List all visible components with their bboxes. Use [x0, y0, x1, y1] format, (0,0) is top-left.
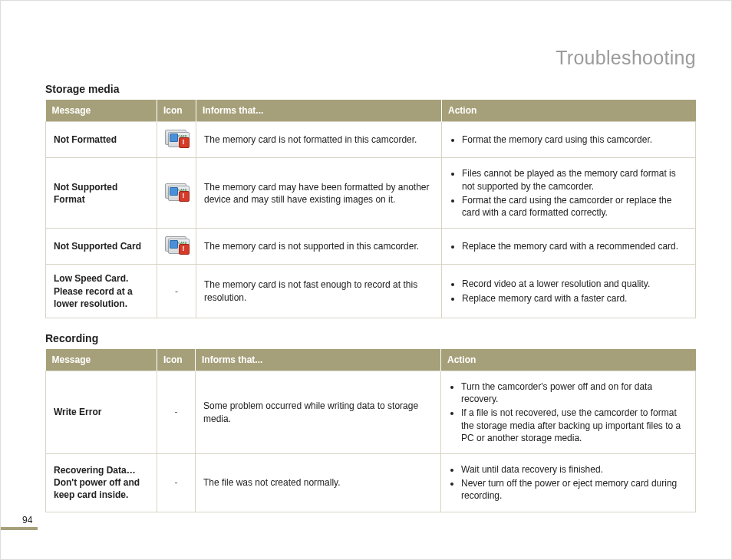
action-item: Never turn off the power or eject memory…: [461, 477, 687, 502]
action-list: Wait until data recovery is finished.Nev…: [449, 463, 687, 502]
message-cell: Not Formatted: [46, 122, 157, 158]
table-row: Write Error-Some problem occurred while …: [46, 371, 696, 454]
page-title: Troubleshooting: [45, 47, 696, 69]
no-icon-dash: -: [175, 286, 178, 297]
icon-cell: -: [157, 371, 196, 454]
message-cell: Not Supported Card: [46, 229, 157, 265]
action-cell: Replace the memory card with a recommend…: [442, 229, 696, 265]
icon-cell: CARD: [157, 229, 196, 265]
footer-accent-bar: [1, 527, 38, 530]
action-item: Format the memory card using this camcor…: [462, 133, 687, 146]
action-list: Turn the camcorder's power off and on fo…: [449, 380, 687, 444]
action-item: Replace memory card with a faster card.: [462, 292, 687, 305]
action-item: Format the card using the camcorder or r…: [462, 194, 687, 219]
action-item: Record video at a lower resolution and q…: [462, 278, 687, 290]
table-row: Not Supported CardCARDThe memory card is…: [46, 229, 696, 265]
card-warning-icon: CARD: [165, 236, 188, 253]
message-cell: Low Speed Card. Please record at a lower…: [46, 265, 157, 318]
card-warning-icon: CARD: [165, 130, 188, 147]
column-header-icon: Icon: [157, 349, 196, 371]
action-list: Replace the memory card with a recommend…: [450, 240, 687, 252]
action-cell: Files cannot be played as the memory car…: [442, 158, 696, 229]
action-item: Replace the memory card with a recommend…: [462, 240, 687, 252]
column-header-informs: Informs that...: [196, 100, 442, 122]
troubleshooting-table: MessageIconInforms that...ActionWrite Er…: [45, 349, 696, 512]
icon-cell: -: [157, 265, 196, 318]
message-cell: Recovering Data… Don't power off and kee…: [46, 454, 157, 512]
informs-cell: The memory card is not supported in this…: [196, 229, 442, 265]
informs-cell: The file was not created normally.: [196, 454, 441, 512]
table-row: Not FormattedCARDThe memory card is not …: [46, 122, 696, 158]
action-cell: Wait until data recovery is finished.Nev…: [441, 454, 696, 512]
column-header-action: Action: [441, 349, 696, 371]
action-list: Format the memory card using this camcor…: [450, 133, 687, 146]
icon-cell: CARD: [157, 158, 196, 229]
page-container: Troubleshooting Storage mediaMessageIcon…: [0, 0, 732, 560]
column-header-message: Message: [46, 100, 157, 122]
action-cell: Turn the camcorder's power off and on fo…: [441, 371, 696, 454]
column-header-informs: Informs that...: [196, 349, 441, 371]
action-cell: Format the memory card using this camcor…: [442, 122, 696, 158]
column-header-message: Message: [46, 349, 157, 371]
content-area: Storage mediaMessageIconInforms that...A…: [45, 83, 696, 512]
table-row: Not Supported FormatCARDThe memory card …: [46, 158, 696, 229]
no-icon-dash: -: [175, 477, 178, 488]
informs-cell: The memory card may have been formatted …: [196, 158, 442, 229]
action-item: If a file is not recovered, use the camc…: [461, 407, 687, 444]
card-warning-icon: CARD: [165, 183, 188, 200]
troubleshooting-table: MessageIconInforms that...ActionNot Form…: [45, 100, 696, 318]
informs-cell: The memory card is not fast enough to re…: [196, 265, 442, 318]
action-list: Files cannot be played as the memory car…: [450, 167, 687, 219]
informs-cell: Some problem occurred while writing data…: [196, 371, 441, 454]
column-header-icon: Icon: [157, 100, 196, 122]
message-cell: Write Error: [46, 371, 157, 454]
table-row: Recovering Data… Don't power off and kee…: [46, 454, 696, 512]
column-header-action: Action: [442, 100, 696, 122]
action-list: Record video at a lower resolution and q…: [450, 278, 687, 304]
section-title: Storage media: [45, 83, 696, 95]
page-number: 94: [22, 515, 32, 525]
action-item: Turn the camcorder's power off and on fo…: [461, 380, 687, 405]
informs-cell: The memory card is not formatted in this…: [196, 122, 442, 158]
icon-cell: CARD: [157, 122, 196, 158]
no-icon-dash: -: [175, 407, 178, 417]
section-title: Recording: [45, 332, 696, 344]
table-row: Low Speed Card. Please record at a lower…: [46, 265, 696, 318]
action-item: Files cannot be played as the memory car…: [462, 167, 687, 192]
icon-cell: -: [157, 454, 196, 512]
action-cell: Record video at a lower resolution and q…: [442, 265, 696, 318]
message-cell: Not Supported Format: [46, 158, 157, 229]
action-item: Wait until data recovery is finished.: [461, 463, 687, 476]
